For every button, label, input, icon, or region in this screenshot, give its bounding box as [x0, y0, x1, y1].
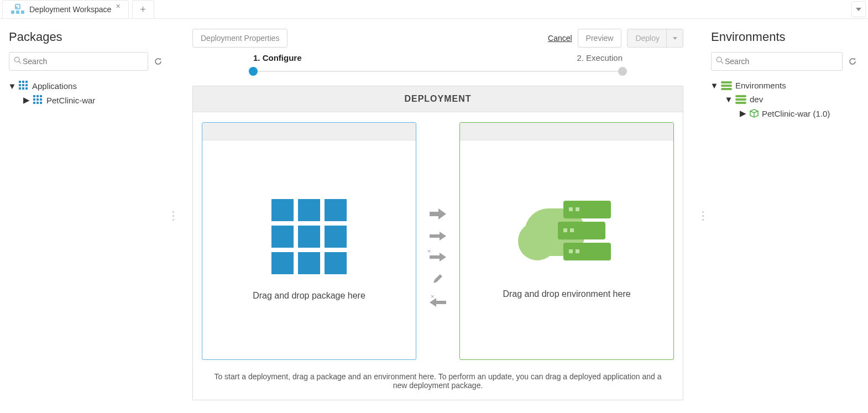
tree-label: PetClinic-war — [46, 96, 95, 105]
deployment-panel: DEPLOYMENT Drag and drop package here — [192, 86, 683, 400]
edit-icon[interactable] — [432, 273, 443, 286]
package-placeholder-icon — [271, 199, 347, 274]
package-dropzone[interactable]: Drag and drop package here — [202, 122, 416, 360]
tree-item-petclinic[interactable]: ▶ PetClinic-war — [23, 93, 165, 107]
tree-label: Environments — [735, 81, 786, 90]
deploy-button[interactable]: Deploy — [627, 29, 683, 48]
caret-right-icon: ▶ — [740, 108, 746, 118]
applications-icon — [33, 95, 43, 105]
caret-right-icon: ▶ — [23, 95, 30, 105]
workspace-icon — [11, 4, 25, 15]
tab-deployment-workspace[interactable]: Deployment Workspace × — [2, 0, 129, 18]
step-configure[interactable]: 1. Configure — [253, 53, 302, 62]
mapping-actions: × × — [424, 122, 452, 360]
deployment-toolbar: Deployment Properties Cancel Preview Dep… — [192, 29, 683, 48]
preview-button[interactable]: Preview — [578, 29, 622, 48]
packages-search-input[interactable] — [22, 56, 143, 66]
deploy-dropdown-toggle[interactable] — [666, 29, 683, 47]
cancel-link[interactable]: Cancel — [548, 34, 572, 43]
deployment-properties-button[interactable]: Deployment Properties — [192, 29, 287, 48]
map-arrow-icon[interactable] — [430, 208, 446, 220]
unmap-arrow-icon[interactable]: × — [430, 297, 446, 307]
svg-rect-3 — [21, 11, 24, 14]
step-dot-1 — [249, 67, 258, 76]
applications-icon — [19, 81, 29, 91]
tree-label: PetClinic-war (1.0) — [762, 109, 830, 118]
package-icon — [750, 109, 759, 118]
close-icon[interactable]: × — [116, 2, 120, 11]
search-icon — [14, 56, 22, 66]
tree-item-dev[interactable]: ▼ dev — [725, 92, 859, 106]
environment-placeholder-icon — [522, 201, 611, 273]
environments-panel: Environments ▼ Environments ▼ — [704, 19, 868, 413]
caret-down-icon: ▼ — [725, 95, 732, 104]
environment-dropzone[interactable]: Drag and drop environment here — [459, 122, 674, 360]
tabbar-overflow-button[interactable] — [851, 1, 866, 17]
dropzone-header — [202, 123, 416, 140]
environments-tree: ▼ Environments ▼ dev ▶ PetClinic-wa — [711, 79, 859, 121]
environments-search[interactable] — [711, 52, 843, 71]
tree-label: dev — [750, 95, 763, 104]
svg-line-7 — [721, 61, 723, 64]
packages-search[interactable] — [9, 52, 148, 71]
step-dot-2 — [618, 67, 627, 76]
packages-refresh-button[interactable] — [151, 55, 165, 68]
svg-point-4 — [14, 57, 19, 62]
environment-dropzone-label: Drag and drop environment here — [503, 289, 630, 299]
environments-refresh-button[interactable] — [846, 55, 859, 68]
deploy-button-label: Deploy — [635, 34, 660, 43]
package-dropzone-label: Drag and drop package here — [253, 291, 365, 301]
environment-icon — [735, 95, 746, 104]
deployment-panel-header: DEPLOYMENT — [193, 86, 683, 112]
tab-bar: Deployment Workspace × + — [0, 0, 868, 19]
tab-label: Deployment Workspace — [29, 5, 111, 14]
tree-item-environments[interactable]: ▼ Environments — [711, 79, 859, 92]
tree-label: Applications — [32, 81, 77, 91]
packages-title: Packages — [9, 30, 165, 44]
map-arrow-remove-icon[interactable]: × — [430, 252, 446, 262]
dropzone-header — [460, 123, 673, 140]
caret-down-icon: ▼ — [711, 81, 718, 90]
environments-icon — [721, 81, 732, 90]
environments-title: Environments — [711, 30, 859, 44]
center-panel: Deployment Properties Cancel Preview Dep… — [175, 19, 701, 413]
app-body: Packages ▼ Applications ▶ — [0, 19, 868, 413]
search-icon — [716, 56, 724, 66]
tree-item-applications[interactable]: ▼ Applications — [9, 79, 165, 93]
svg-point-6 — [717, 57, 721, 62]
stepper: 1. Configure 2. Execution — [192, 53, 683, 77]
packages-panel: Packages ▼ Applications ▶ — [0, 19, 171, 413]
caret-down-icon: ▼ — [9, 81, 15, 91]
packages-tree: ▼ Applications ▶ PetClinic-war — [9, 79, 165, 107]
deployment-help-text: To start a deployment, drag a package an… — [193, 364, 683, 400]
tree-item-deployed-app[interactable]: ▶ PetClinic-war (1.0) — [740, 106, 859, 121]
new-tab-button[interactable]: + — [132, 0, 154, 18]
svg-rect-2 — [16, 11, 19, 14]
svg-line-5 — [19, 61, 21, 64]
map-arrow-thin-icon[interactable] — [430, 231, 446, 241]
step-execution[interactable]: 2. Execution — [577, 53, 623, 62]
environments-search-input[interactable] — [724, 56, 838, 66]
svg-rect-1 — [11, 11, 14, 14]
